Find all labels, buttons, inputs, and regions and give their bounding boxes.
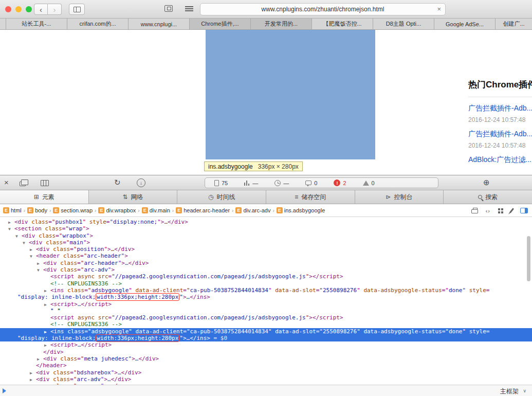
dom-row[interactable]: ▶<ins class="adsbygoogle" data-ad-client… [0, 287, 532, 294]
timelines-icon: ◷ [208, 194, 213, 200]
breadcrumb-item[interactable]: Ediv.arc-adv [235, 207, 270, 213]
dom-row[interactable]: <!-- CNPLUGINS336 --> [0, 280, 532, 287]
address-bar[interactable]: www.cnplugins.com/zhuanti/chromejson.htm… [200, 3, 446, 15]
dom-row[interactable]: <script async src="//pagead2.googlesyndi… [0, 314, 532, 321]
zoom-window-button[interactable] [26, 6, 32, 12]
browser-tab[interactable]: 站长工具-... [6, 19, 67, 29]
browser-tab[interactable]: D8主题 Opti... [373, 19, 434, 29]
dock-side-icon[interactable] [41, 180, 49, 186]
breadcrumb-item[interactable]: Eins.adsbygoogle [277, 207, 325, 213]
expand-arrow-icon[interactable]: ▶ [30, 370, 32, 376]
dom-row[interactable]: ▼<div class="arc-adv"> [0, 266, 532, 273]
dom-row[interactable]: <script async src="//pagead2.googlesyndi… [0, 273, 532, 280]
network-summary[interactable]: — [244, 180, 258, 186]
detach-window-icon[interactable] [20, 182, 26, 186]
dom-row[interactable]: </header> [0, 362, 532, 369]
dom-row[interactable]: ▶<div class="arc-adv">…</div> [0, 376, 532, 383]
breadcrumb-item[interactable]: Eheader.arc-header [176, 207, 230, 213]
dom-row[interactable]: ▶<div class="position">…</div> [0, 246, 532, 253]
breadcrumb-item[interactable]: Ediv.main [142, 207, 170, 213]
collapse-arrow-icon[interactable]: ▼ [15, 233, 18, 240]
dom-row[interactable]: ▶<div class="pushbox1" style="display:no… [0, 219, 532, 225]
plugin-link[interactable]: AdBlock:广告过滤... [468, 155, 532, 165]
forward-button[interactable]: › [48, 4, 62, 15]
element-picker-icon[interactable]: ⊕ [483, 178, 490, 187]
collapse-arrow-icon[interactable]: ▼ [37, 267, 40, 274]
browser-tab[interactable]: Google AdSe... [434, 19, 496, 29]
expand-arrow-icon[interactable]: ▶ [30, 376, 32, 383]
expand-arrow-icon[interactable]: ▶ [37, 356, 40, 363]
dom-row[interactable]: " " [0, 308, 532, 314]
download-icon[interactable]: ↓ [137, 178, 145, 187]
dom-row[interactable]: "display: inline-block;width:336px;heigh… [0, 294, 532, 300]
details-sidebar-icon[interactable] [520, 208, 528, 213]
expand-arrow-icon[interactable]: ▶ [44, 301, 47, 308]
browser-tab[interactable]: 【肥魔饭否控... [312, 19, 373, 29]
dom-row[interactable]: "display: inline-block;width:336px;heigh… [0, 335, 532, 341]
expand-arrow-icon[interactable]: ▶ [44, 342, 47, 349]
browser-tab[interactable]: crifan.com的... [67, 19, 129, 29]
collapse-arrow-icon[interactable]: ▼ [23, 240, 25, 246]
inspector-tab-elements[interactable]: ⊞元素 [0, 190, 89, 204]
inspector-tab-timelines[interactable]: ◷时间线 [177, 190, 266, 204]
collapse-arrow-icon[interactable]: ▼ [30, 253, 32, 260]
warning-count[interactable]: 0 [363, 180, 375, 186]
inspector-tab-network[interactable]: ⇅网络 [89, 190, 178, 204]
browser-tab[interactable]: Chrome插件,... [190, 19, 251, 29]
dom-row[interactable]: ▼<header class="arc-header"> [0, 253, 532, 259]
code-icon[interactable]: ‹› [486, 208, 490, 214]
dom-row[interactable]: ▶<div class="arc-header">…</div> [0, 260, 532, 266]
resource-count[interactable]: 75 [214, 180, 228, 186]
breadcrumb-item[interactable]: Esection.wrap [53, 207, 93, 213]
print-icon[interactable] [471, 209, 478, 213]
dom-row[interactable]: ▼<div class="wrapbox"> [0, 232, 532, 239]
element-badge-icon: E [53, 207, 59, 213]
grid-icon[interactable] [498, 208, 503, 213]
search-icon [478, 195, 482, 199]
plugin-list-item: AdBlock:广告过滤... [468, 155, 532, 165]
browser-tab[interactable]: 创建广... [496, 19, 532, 29]
plugin-link[interactable]: 广告拦截插件-Adb... [468, 104, 532, 113]
collapse-arrow-icon[interactable]: ▼ [8, 226, 11, 232]
browser-tab[interactable]: www.cnplugi... [129, 19, 190, 29]
log-count[interactable]: 0 [305, 180, 317, 186]
dom-row[interactable]: ▶<div class="meta juhedesc">…</div> [0, 355, 532, 362]
error-count[interactable]: ! 2 [334, 179, 346, 186]
plugin-list-item: 广告拦截插件-Adb...2016-12-24 10:57:48 [468, 104, 532, 123]
sidebar-toggle-button[interactable] [69, 4, 85, 15]
plugin-link[interactable]: 广告拦截插件-Adb... [468, 130, 532, 139]
dom-row[interactable]: ▶<div class="bdsharebox">…</div> [0, 369, 532, 376]
dom-row[interactable]: ▶<ins class="adsbygoogle" data-ad-client… [0, 328, 532, 335]
plugin-list-item: 广告拦截插件-Adb...2016-12-24 10:57:48 [468, 130, 532, 149]
breadcrumb-item[interactable]: Ediv.wrapbox [98, 207, 136, 213]
time-summary[interactable]: — [274, 180, 289, 186]
stop-loading-icon[interactable]: × [437, 5, 441, 13]
browser-tab[interactable]: 开发常用的... [251, 19, 312, 29]
dom-row[interactable]: ▼<section class="wrap"> [0, 225, 532, 232]
minimize-window-button[interactable] [15, 6, 22, 12]
breadcrumb-item[interactable]: Ebody [27, 207, 47, 213]
back-button[interactable]: ‹ [34, 4, 48, 15]
reload-icon[interactable]: ↻ [114, 178, 121, 187]
inspector-tab-search[interactable]: 搜索 [444, 190, 532, 204]
expand-arrow-icon[interactable]: ▶ [8, 219, 11, 226]
expand-arrow-icon[interactable]: ▶ [37, 260, 40, 267]
inspector-tab-storage[interactable]: ≡储存空间 [266, 190, 355, 204]
close-inspector-button[interactable]: × [4, 178, 9, 187]
breadcrumb-bar: Ehtml›Ebody›Esection.wrap›Ediv.wrapbox›E… [0, 204, 532, 217]
expand-arrow-icon[interactable]: ▶ [30, 246, 32, 253]
close-window-button[interactable] [5, 6, 11, 12]
pencil-icon[interactable] [509, 208, 514, 213]
console-prompt-icon[interactable] [3, 388, 6, 393]
dom-row[interactable]: ▶<script>…</script> [0, 301, 532, 308]
tab-overview-button[interactable] [164, 5, 173, 12]
browser-tab[interactable] [0, 19, 6, 29]
dom-row[interactable]: <!-- CNPLUGINS336 --> [0, 321, 532, 328]
frame-selector[interactable]: 主框架 [500, 387, 519, 396]
dom-row[interactable]: ▶<script>…</script> [0, 341, 532, 348]
inspector-tab-console[interactable]: ⊳控制台 [355, 190, 444, 204]
breadcrumb-item[interactable]: Ehtml [3, 207, 22, 213]
reader-button[interactable] [185, 6, 193, 7]
dom-row[interactable]: </div> [0, 349, 532, 355]
dom-row[interactable]: ▼<div class="main"> [0, 239, 532, 246]
